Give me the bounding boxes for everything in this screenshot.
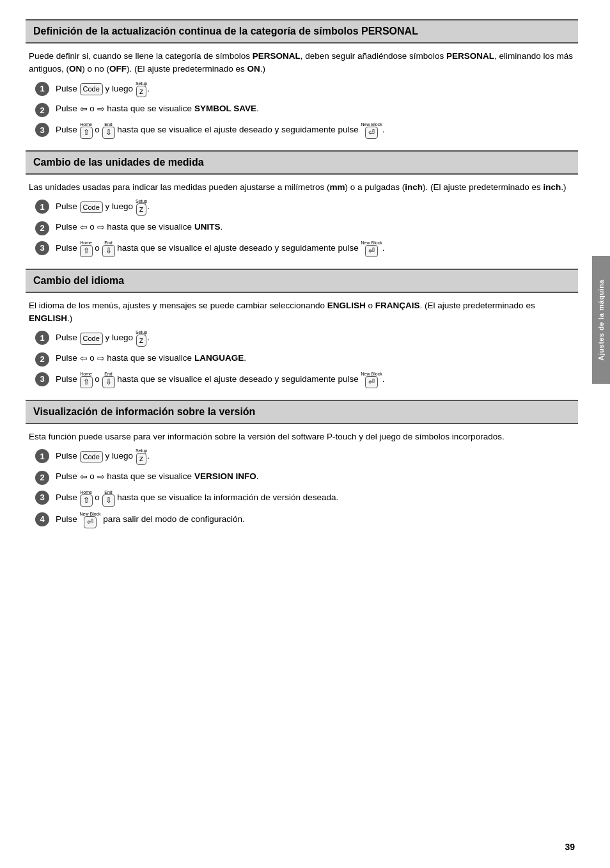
step-number-2-medida: 2 (35, 221, 49, 235)
step-2-version: 2 Pulse ⇦ o ⇨ hasta que se visualice VER… (35, 470, 575, 485)
step-content-2-simbolos: Pulse ⇦ o ⇨ hasta que se visualice SYMBO… (56, 102, 575, 116)
step-content-2-medida: Pulse ⇦ o ⇨ hasta que se visualice UNITS… (56, 221, 575, 234)
left-arrow-key: ⇦ (80, 102, 88, 116)
section-title-idioma: Cambio del idioma (33, 275, 570, 287)
step-2-medida: 2 Pulse ⇦ o ⇨ hasta que se visualice UNI… (35, 221, 575, 235)
step-content-4-version: Pulse New Block ⏎ para salir del modo de… (56, 512, 575, 528)
section-body-medida: Las unidades usadas para indicar las med… (26, 181, 578, 257)
left-arrow-key-2: ⇦ (80, 221, 88, 234)
step-2-simbolos: 2 Pulse ⇦ o ⇨ hasta que se visualice SYM… (35, 102, 575, 117)
step-2-idioma: 2 Pulse ⇦ o ⇨ hasta que se visualice LAN… (35, 352, 575, 367)
section-header-medida: Cambio de las unidades de medida (26, 150, 578, 175)
home-up-key: Home ⇧ (80, 122, 93, 139)
step-1-version: 1 Pulse Code y luego Setup z . (35, 448, 575, 465)
section-header-simbolos: Definición de la actualización continua … (26, 19, 578, 43)
newblock-key-idioma: New Block ⏎ (361, 372, 382, 388)
code-key-4: Code (80, 451, 103, 463)
section-body-idioma: El idioma de los menús, ajustes y mensaj… (26, 299, 578, 388)
left-arrow-key-3: ⇦ (80, 352, 88, 365)
step-number-3-version: 3 (35, 491, 49, 505)
step-3-simbolos: 3 Pulse Home ⇧ o End ⇩ hasta que se visu… (35, 122, 575, 139)
step-content-1-simbolos: Pulse Code y luego Setup z . (56, 81, 575, 98)
code-key: Code (80, 83, 103, 95)
section-medida: Cambio de las unidades de medida Las uni… (26, 150, 578, 257)
sidebar-tab: Ajustes de la máquina (592, 256, 610, 384)
step-content-1-idioma: Pulse Code y luego Setup z . (56, 330, 575, 347)
right-arrow-key-3: ⇨ (97, 352, 105, 365)
home-up-key-2: Home ⇧ (80, 241, 93, 257)
step-content-3-version: Pulse Home ⇧ o End ⇩ hasta que se visual… (56, 490, 575, 507)
page-number: 39 (565, 842, 575, 852)
step-number-2-idioma: 2 (35, 352, 49, 367)
step-number-4-version: 4 (35, 512, 49, 526)
right-arrow-key-2: ⇨ (97, 221, 105, 234)
section-idioma: Cambio del idioma El idioma de los menús… (26, 269, 578, 388)
step-number-1-version: 1 (35, 449, 49, 463)
section-title-medida: Cambio de las unidades de medida (33, 157, 570, 168)
step-3-version: 3 Pulse Home ⇧ o End ⇩ hasta que se visu… (35, 490, 575, 507)
step-number-1: 1 (35, 82, 49, 96)
step-number-3-medida: 3 (35, 241, 49, 255)
step-1-idioma: 1 Pulse Code y luego Setup z . (35, 330, 575, 347)
newblock-key-medida: New Block ⏎ (361, 241, 382, 257)
section-simbolos: Definición de la actualización continua … (26, 19, 578, 139)
end-down-key-3: End ⇩ (102, 372, 115, 388)
z-setup-key: Setup z (136, 81, 147, 98)
page: Definición de la actualización continua … (0, 0, 610, 868)
step-content-2-idioma: Pulse ⇦ o ⇨ hasta que se visualice LANGU… (56, 352, 575, 365)
newblock-key-version: New Block ⏎ (80, 512, 101, 528)
end-down-key-4: End ⇩ (102, 490, 115, 507)
section-text-idioma: El idioma de los menús, ajustes y mensaj… (29, 299, 575, 326)
step-list-idioma: 1 Pulse Code y luego Setup z . 2 Pulse ⇦… (35, 330, 575, 388)
step-number-3-idioma: 3 (35, 372, 49, 386)
step-list-medida: 1 Pulse Code y luego Setup z . 2 Pulse ⇦… (35, 199, 575, 257)
step-1-medida: 1 Pulse Code y luego Setup z . (35, 199, 575, 216)
step-content-1-medida: Pulse Code y luego Setup z . (56, 199, 575, 216)
section-text-simbolos: Puede definir si, cuando se llene la cat… (29, 50, 575, 76)
z-setup-key-2: Setup z (136, 199, 147, 216)
newblock-key-simbolos: New Block ⏎ (361, 122, 382, 139)
step-number-1-idioma: 1 (35, 331, 49, 345)
step-list-simbolos: 1 Pulse Code y luego Setup z . 2 Pulse ⇦… (35, 81, 575, 139)
code-key-2: Code (80, 201, 103, 214)
z-setup-key-4: Setup z (136, 448, 147, 465)
left-arrow-key-4: ⇦ (80, 470, 88, 484)
step-1-simbolos: 1 Pulse Code y luego Setup z . (35, 81, 575, 98)
step-3-idioma: 3 Pulse Home ⇧ o End ⇩ hasta que se visu… (35, 372, 575, 388)
section-title-version: Visualización de información sobre la ve… (33, 406, 570, 418)
step-number-2-version: 2 (35, 471, 49, 485)
step-number-2: 2 (35, 103, 49, 117)
right-arrow-key-4: ⇨ (97, 470, 105, 484)
section-version: Visualización de información sobre la ve… (26, 400, 578, 528)
step-number-3: 3 (35, 123, 49, 137)
home-up-key-4: Home ⇧ (80, 490, 93, 507)
z-setup-key-3: Setup z (136, 330, 147, 347)
section-header-idioma: Cambio del idioma (26, 269, 578, 293)
step-content-3-idioma: Pulse Home ⇧ o End ⇩ hasta que se visual… (56, 372, 575, 388)
step-list-version: 1 Pulse Code y luego Setup z . 2 Pulse ⇦… (35, 448, 575, 528)
section-title-simbolos: Definición de la actualización continua … (33, 26, 570, 37)
section-text-version: Esta función puede usarse para ver infor… (29, 430, 575, 443)
section-body-version: Esta función puede usarse para ver infor… (26, 430, 578, 528)
sidebar-tab-label: Ajustes de la máquina (597, 280, 605, 361)
step-number-1-medida: 1 (35, 200, 49, 214)
code-key-3: Code (80, 333, 103, 345)
section-text-medida: Las unidades usadas para indicar las med… (29, 181, 575, 194)
section-body-simbolos: Puede definir si, cuando se llene la cat… (26, 50, 578, 139)
end-down-key-2: End ⇩ (102, 241, 115, 257)
step-4-version: 4 Pulse New Block ⏎ para salir del modo … (35, 512, 575, 528)
section-header-version: Visualización de información sobre la ve… (26, 400, 578, 424)
step-content-3-medida: Pulse Home ⇧ o End ⇩ hasta que se visual… (56, 241, 575, 257)
home-up-key-3: Home ⇧ (80, 372, 93, 388)
right-arrow-key: ⇨ (97, 102, 105, 116)
step-content-1-version: Pulse Code y luego Setup z . (56, 448, 575, 465)
step-content-2-version: Pulse ⇦ o ⇨ hasta que se visualice VERSI… (56, 470, 575, 484)
step-content-3-simbolos: Pulse Home ⇧ o End ⇩ hasta que se visual… (56, 122, 575, 139)
step-3-medida: 3 Pulse Home ⇧ o End ⇩ hasta que se visu… (35, 241, 575, 257)
end-down-key: End ⇩ (102, 122, 115, 139)
